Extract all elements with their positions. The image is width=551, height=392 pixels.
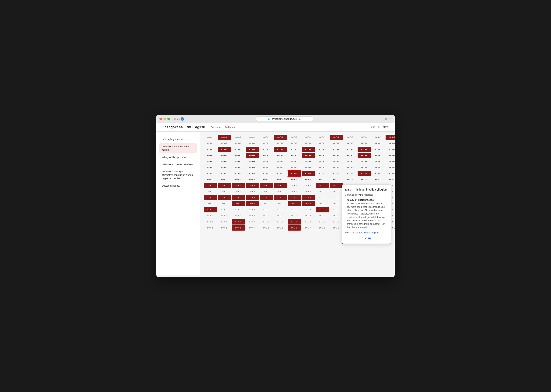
sidebar-item-exclusive-premises[interactable]: fallacy of exclusive premises <box>160 161 197 168</box>
grid-cell[interactable]: EIA-3 <box>232 171 245 176</box>
grid-cell[interactable]: OIA-1 <box>204 219 217 224</box>
grid-cell[interactable]: IOA-1 <box>204 201 217 206</box>
grid-cell[interactable]: AEA-3 <box>232 141 245 146</box>
grid-cell[interactable]: AEI-2 <box>330 141 343 146</box>
grid-cell[interactable]: EEA-4 <box>246 165 259 170</box>
grid-cell[interactable]: AAI-4 <box>358 135 371 140</box>
grid-cell[interactable]: AEA-4 <box>246 141 259 146</box>
grid-cell[interactable]: OIA-3 <box>232 219 245 224</box>
grid-cell[interactable]: EIO-1 <box>371 171 385 176</box>
grid-cell[interactable]: AIE-3 <box>288 147 301 152</box>
share-icon[interactable]: ⎙ <box>385 117 387 121</box>
grid-cell[interactable]: AAI-1 <box>316 135 329 140</box>
grid-cell[interactable]: EEE-4 <box>302 165 315 170</box>
grid-cell[interactable]: EAE-1 <box>260 159 273 164</box>
grid-cell[interactable]: OEE-3 <box>288 213 301 218</box>
grid-cell[interactable]: AEA-2 <box>218 141 231 146</box>
sidebar-item-valid[interactable]: Valid syllogism forms <box>160 136 197 143</box>
grid-cell[interactable]: OOA-1 <box>204 225 217 231</box>
grid-cell[interactable]: OAE-3 <box>288 207 301 212</box>
grid-cell[interactable]: III-1 <box>316 195 329 200</box>
grid-cell[interactable]: OIE-4 <box>302 219 315 224</box>
grid-cell[interactable]: III-2 <box>330 195 343 200</box>
grid-cell[interactable]: IOI-1 <box>316 201 329 206</box>
grid-cell[interactable]: EIA-1 <box>204 171 217 176</box>
grid-cell[interactable]: AAI-2 <box>330 135 343 140</box>
grid-cell[interactable]: IOA-4 <box>246 201 259 206</box>
grid-cell[interactable]: OIE-2 <box>274 219 287 224</box>
grid-cell[interactable]: EOE-4 <box>302 177 315 182</box>
grid-cell[interactable]: EEA-3 <box>232 165 245 170</box>
grid-cell[interactable]: EAI-3 <box>344 159 357 164</box>
grid-cell[interactable]: AOO-1 <box>371 153 385 158</box>
grid-cell[interactable]: IOE-1 <box>260 201 273 206</box>
grid-cell[interactable]: OEI-2 <box>330 213 343 218</box>
grid-cell[interactable]: IAE-2 <box>274 183 287 188</box>
grid-cell[interactable]: EII-4 <box>358 171 371 176</box>
grid-cell[interactable]: EII-3 <box>344 171 357 176</box>
close-button-tooltip[interactable]: CLOSE <box>345 237 388 241</box>
grid-cell[interactable]: EAE-3 <box>288 159 301 164</box>
grid-cell[interactable]: IAA-2 <box>218 183 231 188</box>
grid-cell[interactable]: IAE-4 <box>302 183 315 188</box>
grid-cell[interactable]: IIA-1 <box>204 195 217 200</box>
grid-cell[interactable]: EOA-2 <box>218 177 231 182</box>
grid-cell[interactable]: AOE-2 <box>274 153 287 158</box>
grid-cell[interactable]: EOO-2 <box>385 177 395 182</box>
grid-cell[interactable]: EAA-1 <box>204 159 217 164</box>
grid-cell[interactable]: IEE-3 <box>288 189 301 194</box>
grid-cell[interactable]: EAA-2 <box>218 159 231 164</box>
grid-cell[interactable]: EEE-3 <box>288 165 301 170</box>
grid-cell[interactable]: AEO-2 <box>385 141 395 146</box>
grid-cell[interactable]: EAA-3 <box>232 159 245 164</box>
grid-cell[interactable]: EEO-1 <box>371 165 385 170</box>
sidebar-item-existential[interactable]: existential fallacy <box>160 182 197 189</box>
grid-cell[interactable]: EEO-2 <box>385 165 395 170</box>
grid-cell[interactable]: OOE-4 <box>302 225 315 231</box>
grid-cell[interactable]: AOA-2 <box>218 153 231 158</box>
grid-cell[interactable]: EAO-1 <box>371 159 385 164</box>
grid-cell[interactable]: IIA-4 <box>246 195 259 200</box>
grid-cell[interactable]: OEA-2 <box>218 213 231 218</box>
grid-cell[interactable]: OOI-2 <box>330 225 343 231</box>
grid-cell[interactable]: EAI-1 <box>316 159 329 164</box>
grid-cell[interactable]: EAE-2 <box>274 159 287 164</box>
grid-cell[interactable]: IIE-2 <box>274 195 287 200</box>
grid-cell[interactable]: EAI-4 <box>358 159 371 164</box>
grid-cell[interactable]: AAA-1 <box>204 135 217 140</box>
grid-cell[interactable]: OII-2 <box>330 219 343 224</box>
grid-cell[interactable]: EII-2 <box>330 171 343 176</box>
grid-cell[interactable]: AAE-3 <box>288 135 301 140</box>
grid-cell[interactable]: AII-4 <box>358 147 371 152</box>
grid-cell[interactable]: EIO-2 <box>385 171 395 176</box>
grid-cell[interactable]: IAA-1 <box>204 183 217 188</box>
grid-cell[interactable]: AAI-3 <box>344 135 357 140</box>
grid-cell[interactable]: OOE-2 <box>274 225 287 231</box>
grid-cell[interactable]: OEA-3 <box>232 213 245 218</box>
grid-cell[interactable]: OEE-2 <box>274 213 287 218</box>
grid-cell[interactable]: AEO-1 <box>371 141 385 146</box>
grid-cell[interactable]: AEI-1 <box>316 141 329 146</box>
grid-cell[interactable]: EEA-2 <box>218 165 231 170</box>
grid-cell[interactable]: AOE-4 <box>302 153 315 158</box>
grid-cell[interactable]: OIE-3 <box>288 219 301 224</box>
grid-cell[interactable]: IAE-3 <box>288 183 301 188</box>
grid-cell[interactable]: OEI-1 <box>316 213 329 218</box>
grid-cell[interactable]: EOA-4 <box>246 177 259 182</box>
grid-cell[interactable]: IAA-3 <box>232 183 245 188</box>
grid-cell[interactable]: IAI-2 <box>330 183 343 188</box>
sidebar-toggle-icon[interactable]: ⊞ <box>174 118 176 120</box>
grid-cell[interactable]: AEI-4 <box>358 141 371 146</box>
grid-cell[interactable]: OAA-3 <box>232 207 245 212</box>
grid-cell[interactable]: AII-1 <box>316 147 329 152</box>
grid-cell[interactable]: IEI-2 <box>330 189 343 194</box>
grid-cell[interactable]: IIA-3 <box>232 195 245 200</box>
grid-cell[interactable]: IEA-2 <box>218 189 231 194</box>
grid-cell[interactable]: OAE-4 <box>302 207 315 212</box>
sidebar-item-undistributed-middle[interactable]: fallacy of the undistributed middle <box>160 143 197 153</box>
grid-cell[interactable]: AIO-2 <box>385 147 395 152</box>
grid-cell[interactable]: EIA-2 <box>218 171 231 176</box>
grid-cell[interactable]: AAO-1 <box>371 135 385 140</box>
grid-cell[interactable]: AII-2 <box>330 147 343 152</box>
grid-cell[interactable]: AOA-3 <box>232 153 245 158</box>
